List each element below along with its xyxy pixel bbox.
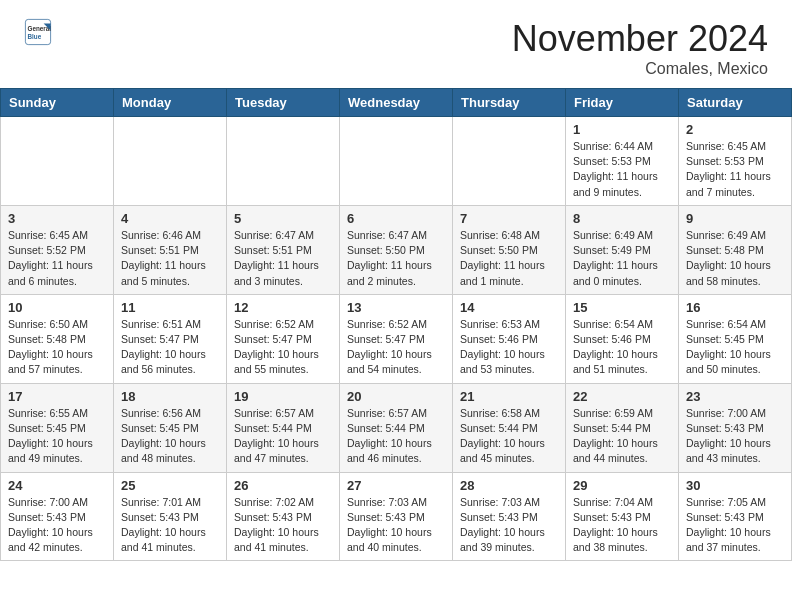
day-info: Sunrise: 7:02 AM Sunset: 5:43 PM Dayligh… [234,495,332,556]
calendar-cell: 10Sunrise: 6:50 AM Sunset: 5:48 PM Dayli… [1,294,114,383]
calendar-cell: 14Sunrise: 6:53 AM Sunset: 5:46 PM Dayli… [453,294,566,383]
calendar-cell: 16Sunrise: 6:54 AM Sunset: 5:45 PM Dayli… [679,294,792,383]
day-info: Sunrise: 6:59 AM Sunset: 5:44 PM Dayligh… [573,406,671,467]
calendar-cell: 5Sunrise: 6:47 AM Sunset: 5:51 PM Daylig… [227,205,340,294]
day-info: Sunrise: 7:05 AM Sunset: 5:43 PM Dayligh… [686,495,784,556]
calendar-cell: 7Sunrise: 6:48 AM Sunset: 5:50 PM Daylig… [453,205,566,294]
day-number: 24 [8,478,106,493]
day-info: Sunrise: 6:57 AM Sunset: 5:44 PM Dayligh… [234,406,332,467]
day-number: 22 [573,389,671,404]
logo: General Blue [24,18,52,46]
day-info: Sunrise: 7:01 AM Sunset: 5:43 PM Dayligh… [121,495,219,556]
day-number: 2 [686,122,784,137]
day-info: Sunrise: 6:44 AM Sunset: 5:53 PM Dayligh… [573,139,671,200]
location-title: Comales, Mexico [512,60,768,78]
calendar-table: SundayMondayTuesdayWednesdayThursdayFrid… [0,88,792,561]
calendar-cell [453,117,566,206]
day-number: 6 [347,211,445,226]
day-header-saturday: Saturday [679,89,792,117]
day-number: 10 [8,300,106,315]
day-number: 26 [234,478,332,493]
day-info: Sunrise: 7:04 AM Sunset: 5:43 PM Dayligh… [573,495,671,556]
calendar-cell: 18Sunrise: 6:56 AM Sunset: 5:45 PM Dayli… [114,383,227,472]
day-header-tuesday: Tuesday [227,89,340,117]
day-number: 9 [686,211,784,226]
day-number: 30 [686,478,784,493]
day-number: 8 [573,211,671,226]
day-number: 12 [234,300,332,315]
svg-text:Blue: Blue [28,33,42,40]
calendar-week-row: 1Sunrise: 6:44 AM Sunset: 5:53 PM Daylig… [1,117,792,206]
calendar-cell: 25Sunrise: 7:01 AM Sunset: 5:43 PM Dayli… [114,472,227,561]
day-header-friday: Friday [566,89,679,117]
calendar-cell: 1Sunrise: 6:44 AM Sunset: 5:53 PM Daylig… [566,117,679,206]
calendar-cell: 21Sunrise: 6:58 AM Sunset: 5:44 PM Dayli… [453,383,566,472]
logo-icon: General Blue [24,18,52,46]
day-number: 5 [234,211,332,226]
page-header: General Blue November 2024 Comales, Mexi… [0,0,792,88]
day-number: 18 [121,389,219,404]
calendar-cell: 6Sunrise: 6:47 AM Sunset: 5:50 PM Daylig… [340,205,453,294]
day-number: 4 [121,211,219,226]
calendar-cell: 12Sunrise: 6:52 AM Sunset: 5:47 PM Dayli… [227,294,340,383]
day-info: Sunrise: 6:52 AM Sunset: 5:47 PM Dayligh… [234,317,332,378]
day-number: 15 [573,300,671,315]
day-number: 21 [460,389,558,404]
calendar-week-row: 24Sunrise: 7:00 AM Sunset: 5:43 PM Dayli… [1,472,792,561]
day-number: 11 [121,300,219,315]
calendar-cell: 2Sunrise: 6:45 AM Sunset: 5:53 PM Daylig… [679,117,792,206]
day-number: 28 [460,478,558,493]
calendar-cell: 26Sunrise: 7:02 AM Sunset: 5:43 PM Dayli… [227,472,340,561]
calendar-cell: 3Sunrise: 6:45 AM Sunset: 5:52 PM Daylig… [1,205,114,294]
calendar-cell [114,117,227,206]
calendar-week-row: 17Sunrise: 6:55 AM Sunset: 5:45 PM Dayli… [1,383,792,472]
day-info: Sunrise: 6:49 AM Sunset: 5:48 PM Dayligh… [686,228,784,289]
calendar-cell: 13Sunrise: 6:52 AM Sunset: 5:47 PM Dayli… [340,294,453,383]
calendar-cell [1,117,114,206]
calendar-cell: 30Sunrise: 7:05 AM Sunset: 5:43 PM Dayli… [679,472,792,561]
day-info: Sunrise: 6:47 AM Sunset: 5:51 PM Dayligh… [234,228,332,289]
day-number: 25 [121,478,219,493]
calendar-cell: 17Sunrise: 6:55 AM Sunset: 5:45 PM Dayli… [1,383,114,472]
day-number: 23 [686,389,784,404]
svg-rect-0 [25,19,50,44]
day-number: 17 [8,389,106,404]
day-info: Sunrise: 6:50 AM Sunset: 5:48 PM Dayligh… [8,317,106,378]
day-info: Sunrise: 6:56 AM Sunset: 5:45 PM Dayligh… [121,406,219,467]
calendar-cell [227,117,340,206]
day-header-monday: Monday [114,89,227,117]
day-info: Sunrise: 6:54 AM Sunset: 5:46 PM Dayligh… [573,317,671,378]
day-header-thursday: Thursday [453,89,566,117]
calendar-cell: 15Sunrise: 6:54 AM Sunset: 5:46 PM Dayli… [566,294,679,383]
month-title: November 2024 [512,18,768,60]
day-info: Sunrise: 6:57 AM Sunset: 5:44 PM Dayligh… [347,406,445,467]
day-info: Sunrise: 6:53 AM Sunset: 5:46 PM Dayligh… [460,317,558,378]
day-info: Sunrise: 7:00 AM Sunset: 5:43 PM Dayligh… [8,495,106,556]
calendar-header-row: SundayMondayTuesdayWednesdayThursdayFrid… [1,89,792,117]
day-number: 20 [347,389,445,404]
day-number: 1 [573,122,671,137]
day-info: Sunrise: 6:52 AM Sunset: 5:47 PM Dayligh… [347,317,445,378]
calendar-cell: 22Sunrise: 6:59 AM Sunset: 5:44 PM Dayli… [566,383,679,472]
day-info: Sunrise: 6:51 AM Sunset: 5:47 PM Dayligh… [121,317,219,378]
calendar-week-row: 3Sunrise: 6:45 AM Sunset: 5:52 PM Daylig… [1,205,792,294]
day-info: Sunrise: 7:00 AM Sunset: 5:43 PM Dayligh… [686,406,784,467]
calendar-cell: 28Sunrise: 7:03 AM Sunset: 5:43 PM Dayli… [453,472,566,561]
calendar-cell: 27Sunrise: 7:03 AM Sunset: 5:43 PM Dayli… [340,472,453,561]
day-info: Sunrise: 6:55 AM Sunset: 5:45 PM Dayligh… [8,406,106,467]
calendar-cell: 23Sunrise: 7:00 AM Sunset: 5:43 PM Dayli… [679,383,792,472]
day-info: Sunrise: 6:45 AM Sunset: 5:52 PM Dayligh… [8,228,106,289]
day-info: Sunrise: 6:58 AM Sunset: 5:44 PM Dayligh… [460,406,558,467]
day-number: 16 [686,300,784,315]
day-number: 3 [8,211,106,226]
day-info: Sunrise: 6:48 AM Sunset: 5:50 PM Dayligh… [460,228,558,289]
day-number: 19 [234,389,332,404]
day-header-sunday: Sunday [1,89,114,117]
calendar-cell [340,117,453,206]
calendar-cell: 8Sunrise: 6:49 AM Sunset: 5:49 PM Daylig… [566,205,679,294]
calendar-cell: 9Sunrise: 6:49 AM Sunset: 5:48 PM Daylig… [679,205,792,294]
day-number: 13 [347,300,445,315]
day-number: 14 [460,300,558,315]
day-info: Sunrise: 7:03 AM Sunset: 5:43 PM Dayligh… [460,495,558,556]
day-number: 27 [347,478,445,493]
